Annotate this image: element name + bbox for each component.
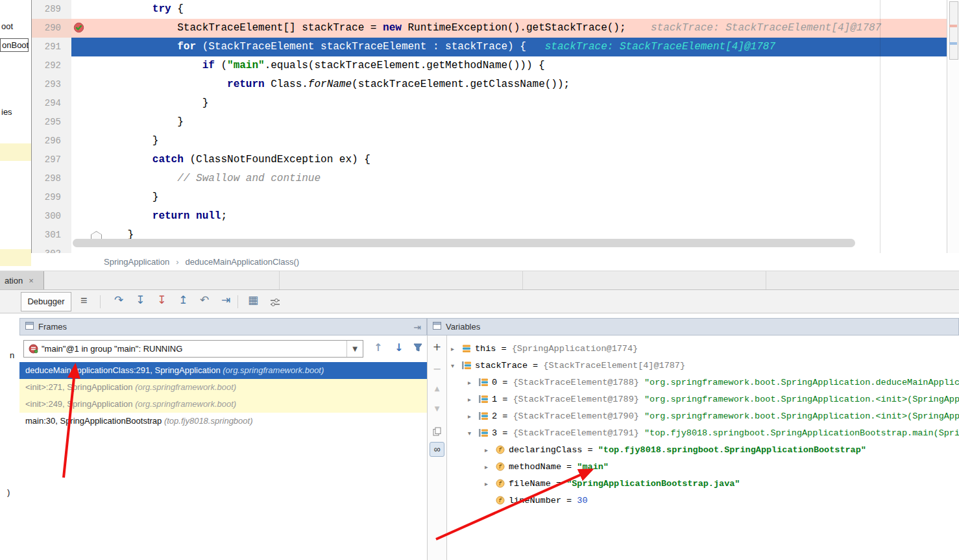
run-to-cursor-icon[interactable]: ⇥ <box>221 293 230 306</box>
gutter-icons[interactable] <box>71 38 103 56</box>
project-tree-item[interactable]: onBoot <box>0 38 29 52</box>
chevron-right-icon[interactable]: ▸ <box>468 396 479 403</box>
code-text[interactable]: try { <box>103 0 184 19</box>
stack-frame-row[interactable]: <init>:249, SpringApplication (org.sprin… <box>19 396 427 413</box>
step-over-icon[interactable]: ↷ <box>114 293 123 306</box>
line-number[interactable]: 293 <box>31 75 71 94</box>
line-number[interactable]: 295 <box>31 113 71 132</box>
previous-frame-icon[interactable]: ↑ <box>374 341 382 354</box>
code-text[interactable]: for (StackTraceElement stackTraceElement… <box>103 38 775 56</box>
code-text[interactable]: } <box>103 188 158 207</box>
gutter-icons[interactable] <box>71 94 103 113</box>
view-breakpoints-icon[interactable]: ▦ <box>248 293 258 306</box>
variable-row[interactable]: ▸2 = {StackTraceElement@1790} "org.sprin… <box>447 408 959 424</box>
show-watches-toggle[interactable]: ∞ <box>430 442 444 457</box>
move-up-icon[interactable]: ▲ <box>428 385 446 392</box>
layout-settings-icon[interactable] <box>270 297 280 310</box>
menu-icon[interactable]: ≡ <box>80 294 88 308</box>
chevron-right-icon[interactable]: ▸ <box>468 379 479 386</box>
scrollbar-thumb[interactable] <box>949 1 958 60</box>
variable-row[interactable]: ▸1 = {StackTraceElement@1789} "org.sprin… <box>447 391 959 408</box>
debug-session-tab[interactable]: ation × <box>0 271 44 289</box>
code-text[interactable]: } <box>103 94 208 113</box>
variable-row[interactable]: ▾3 = {StackTraceElement@1791} "top.fjy80… <box>447 424 959 441</box>
line-number[interactable]: 294 <box>31 94 71 113</box>
line-number[interactable]: 298 <box>31 169 71 188</box>
breadcrumb-method[interactable]: deduceMainApplicationClass() <box>186 257 300 267</box>
chevron-right-icon[interactable]: ▸ <box>485 446 496 454</box>
step-out-icon[interactable]: ↥ <box>178 293 188 306</box>
variable-value: "top.fjy8018.springboot.SpringApplicatio… <box>598 445 866 455</box>
object-icon <box>462 344 475 353</box>
code-text[interactable]: return null; <box>103 207 227 226</box>
editor-scrollbar[interactable] <box>947 0 959 253</box>
line-number[interactable]: 289 <box>31 0 71 19</box>
chevron-down-icon[interactable]: ▾ <box>468 430 479 437</box>
variable-row[interactable]: ▸ffileName = "SpringApplicationBootstrap… <box>447 475 959 492</box>
line-number[interactable]: 302 <box>31 245 71 253</box>
chevron-down-icon[interactable]: ▾ <box>451 362 462 369</box>
variable-name: declaringClass <box>509 445 582 455</box>
line-number[interactable]: 296 <box>31 132 71 151</box>
stack-frame-row[interactable]: deduceMainApplicationClass:291, SpringAp… <box>19 362 427 379</box>
stack-frame-row[interactable]: main:30, SpringApplicationBootstrap (top… <box>19 413 427 430</box>
step-into-icon[interactable]: ↧ <box>136 293 145 306</box>
gutter-icons[interactable] <box>71 0 103 19</box>
code-text[interactable]: return Class.forName(stackTraceElement.g… <box>103 75 570 94</box>
remove-watch-icon[interactable]: − <box>428 363 446 375</box>
line-number[interactable]: 291 <box>31 38 71 56</box>
thread-selector[interactable]: "main"@1 in group "main": RUNNING ▼ <box>23 340 363 358</box>
variable-row[interactable]: flineNumber = 30 <box>447 492 959 509</box>
tab-debugger[interactable]: Debugger <box>21 292 71 311</box>
chevron-right-icon[interactable]: ▸ <box>451 345 462 352</box>
stack-frame-row[interactable]: <init>:271, SpringApplication (org.sprin… <box>19 379 427 396</box>
gutter-icons[interactable] <box>71 188 103 207</box>
variable-name: stackTrace <box>475 361 528 371</box>
chevron-right-icon[interactable]: ▸ <box>485 463 496 470</box>
gutter-icons[interactable] <box>71 132 103 151</box>
line-number[interactable]: 300 <box>31 207 71 226</box>
line-number[interactable]: 290 <box>31 19 71 38</box>
close-tab-icon[interactable]: × <box>29 276 34 286</box>
variable-row[interactable]: ▸fdeclaringClass = "top.fjy8018.springbo… <box>447 441 959 458</box>
breadcrumb-class[interactable]: SpringApplication <box>104 257 169 267</box>
breakpoint-stripe-mark[interactable] <box>949 25 957 27</box>
hide-library-frames-icon[interactable] <box>413 343 422 354</box>
variable-row[interactable]: ▸this = {SpringApplication@1774} <box>447 340 959 357</box>
move-down-icon[interactable]: ▼ <box>428 405 446 412</box>
add-watch-icon[interactable]: + <box>428 341 446 353</box>
line-number[interactable]: 292 <box>31 56 71 75</box>
duplicate-icon[interactable] <box>428 426 446 439</box>
next-frame-icon[interactable]: ↓ <box>395 341 403 354</box>
variable-row[interactable]: ▾stackTrace = {StackTraceElement[4]@1787… <box>447 357 959 374</box>
execution-stripe-mark[interactable] <box>949 42 957 45</box>
code-text[interactable]: catch (ClassNotFoundException ex) { <box>103 151 370 169</box>
gutter-icons[interactable] <box>71 113 103 132</box>
line-number[interactable]: 301 <box>31 226 71 245</box>
code-text[interactable]: } <box>103 132 158 151</box>
horizontal-scrollbar[interactable] <box>73 239 855 247</box>
project-tree-item[interactable]: ies <box>1 107 12 117</box>
line-number[interactable]: 299 <box>31 188 71 207</box>
drop-frame-icon[interactable]: ↶ <box>200 293 209 306</box>
code-text[interactable]: // Swallow and continue <box>103 169 321 188</box>
gutter-icons[interactable] <box>71 207 103 226</box>
chevron-right-icon[interactable]: ▸ <box>468 413 479 420</box>
force-step-into-icon[interactable]: ↧ <box>157 293 166 306</box>
gutter-icons[interactable] <box>71 19 103 38</box>
code-text[interactable]: if ("main".equals(stackTraceElement.getM… <box>103 56 545 75</box>
gutter-icons[interactable] <box>71 75 103 94</box>
code-text[interactable]: StackTraceElement[] stackTrace = new Run… <box>103 19 881 38</box>
chevron-right-icon[interactable]: ▸ <box>485 480 496 487</box>
gutter-icons[interactable] <box>71 56 103 75</box>
hide-panel-icon[interactable]: ⇥ <box>413 322 421 332</box>
variable-row[interactable]: ▸fmethodName = "main" <box>447 458 959 475</box>
chevron-down-icon[interactable]: ▼ <box>346 341 363 357</box>
project-tree-item[interactable]: oot <box>1 21 13 31</box>
gutter-icons[interactable] <box>71 169 103 188</box>
breakpoint-icon[interactable] <box>73 22 84 33</box>
code-text[interactable]: } <box>103 113 184 132</box>
line-number[interactable]: 297 <box>31 151 71 169</box>
gutter-icons[interactable] <box>71 151 103 169</box>
variable-row[interactable]: ▸0 = {StackTraceElement@1788} "org.sprin… <box>447 374 959 391</box>
